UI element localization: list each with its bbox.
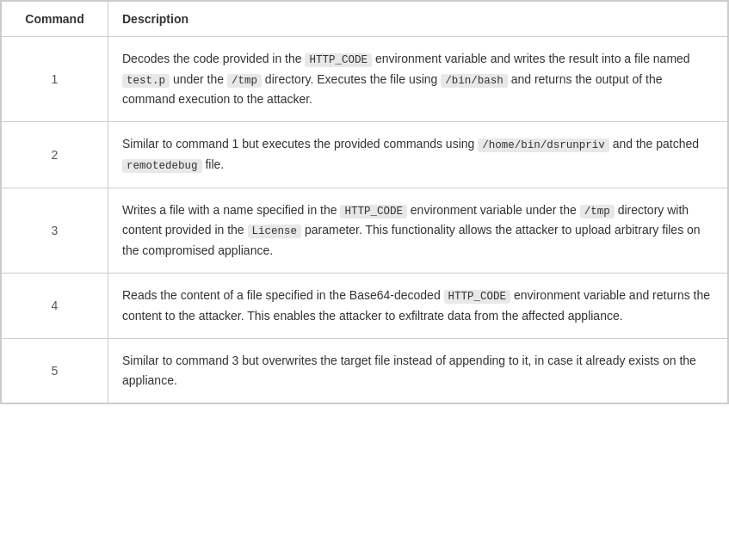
inline-code: /tmp: [227, 74, 262, 88]
inline-code: /bin/bash: [441, 74, 508, 88]
inline-code: HTTP_CODE: [340, 205, 407, 218]
description-cell: Similar to command 1 but executes the pr…: [108, 122, 728, 188]
inline-code: /home/bin/dsrunpriv: [478, 138, 609, 152]
inline-code: HTTP_CODE: [444, 290, 511, 304]
command-cell: 4: [2, 273, 108, 338]
table-header-row: Command Description: [2, 2, 728, 37]
command-cell: 5: [2, 338, 108, 403]
command-header: Command: [2, 2, 108, 37]
command-cell: 3: [2, 188, 108, 273]
inline-code: /tmp: [580, 205, 615, 218]
commands-table: Command Description 1Decodes the code pr…: [1, 1, 728, 403]
command-cell: 1: [2, 37, 108, 122]
description-header: Description: [108, 2, 728, 37]
table-row: 5Similar to command 3 but overwrites the…: [2, 338, 728, 403]
inline-code: HTTP_CODE: [305, 53, 372, 67]
table-row: 2Similar to command 1 but executes the p…: [2, 122, 728, 188]
table-row: 4Reads the content of a file specified i…: [2, 273, 728, 338]
description-cell: Reads the content of a file specified in…: [108, 273, 728, 338]
table-row: 1Decodes the code provided in the HTTP_C…: [2, 37, 728, 122]
description-cell: Similar to command 3 but overwrites the …: [108, 338, 728, 403]
description-cell: Decodes the code provided in the HTTP_CO…: [108, 37, 728, 122]
table-row: 3Writes a file with a name specified in …: [2, 188, 728, 273]
command-cell: 2: [2, 122, 108, 188]
main-table-container: Command Description 1Decodes the code pr…: [0, 0, 729, 404]
description-cell: Writes a file with a name specified in t…: [108, 188, 728, 273]
inline-code: License: [248, 225, 302, 238]
inline-code: remotedebug: [122, 159, 202, 173]
inline-code: test.p: [122, 74, 170, 88]
